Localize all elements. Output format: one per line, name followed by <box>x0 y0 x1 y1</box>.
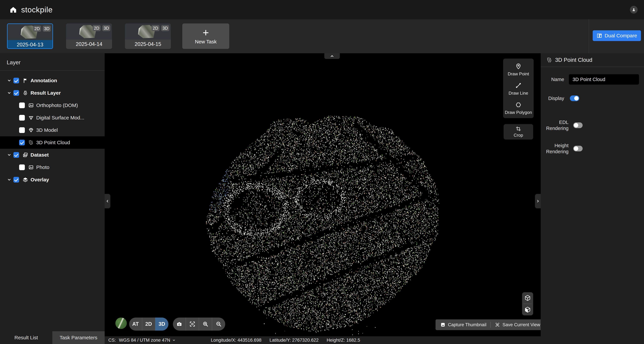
badge-3d[interactable]: 3D <box>43 26 51 32</box>
tree-row-result-layer[interactable]: Result Layer <box>0 87 105 99</box>
coordinate-system-select[interactable]: WGS 84 / UTM zone 47N <box>119 338 176 343</box>
edl-rendering-toggle[interactable] <box>573 122 582 128</box>
tree-row-photo[interactable]: Photo <box>0 161 105 173</box>
draw-polygon-icon <box>515 102 522 108</box>
display-label: Display <box>541 96 564 101</box>
user-avatar[interactable] <box>630 6 638 13</box>
tree-row-3d-point-cloud[interactable]: 3D Point Cloud <box>0 136 105 149</box>
draw-point-icon <box>515 63 522 70</box>
checkbox-photo[interactable] <box>19 165 25 170</box>
screenshot-button[interactable] <box>173 318 186 331</box>
edl-rendering-row: EDL Rendering <box>541 119 644 132</box>
checkbox-result-layer[interactable] <box>14 90 19 96</box>
save-current-view-button[interactable]: Save Current View <box>495 322 540 328</box>
task-card-2025-04-15[interactable]: 2D 3D 2025-04-15 <box>125 23 171 49</box>
collapse-taskbar-handle[interactable] <box>324 53 340 59</box>
tree-row-orthophoto[interactable]: Orthophoto (DOM) <box>0 99 105 112</box>
tree-label: Digital Surface Mod... <box>36 115 84 121</box>
capture-thumbnail-button[interactable]: Capture Thumbnail <box>440 322 486 328</box>
checkbox-3d-model[interactable] <box>19 127 25 133</box>
task-thumbnail: 2D 3D <box>8 24 52 40</box>
collapse-left-panel-handle[interactable] <box>105 194 110 208</box>
task-card-2025-04-13[interactable]: 2D 3D 2025-04-13 <box>7 23 53 49</box>
draw-polygon-label: Draw Polygon <box>505 110 532 115</box>
tree-label: Photo <box>36 165 49 170</box>
cs-value: WGS 84 / UTM zone 47N <box>119 338 170 343</box>
chevron-down-icon[interactable] <box>7 177 12 182</box>
tree-row-3d-model[interactable]: 3D Model <box>0 124 105 136</box>
mode-at-button[interactable]: AT <box>129 318 142 331</box>
crop-label: Crop <box>514 133 523 138</box>
mode-3d-button[interactable]: 3D <box>155 318 168 331</box>
draw-point-label: Draw Point <box>508 71 529 77</box>
draw-toolbar: Draw Point Draw Line Draw Polygon <box>503 59 534 118</box>
draw-line-button[interactable]: Draw Line <box>503 82 534 96</box>
tree-label: 3D Point Cloud <box>36 140 70 145</box>
ortho-cube-icon[interactable] <box>524 306 531 313</box>
new-task-button[interactable]: + New Task <box>182 23 229 49</box>
tree-row-overlay[interactable]: Overlay <box>0 173 105 186</box>
mode-2d-button[interactable]: 2D <box>142 318 155 331</box>
checkbox-overlay[interactable] <box>14 177 19 182</box>
task-date: 2025-04-13 <box>8 40 52 49</box>
tree-row-annotation[interactable]: Annotation <box>0 74 105 87</box>
collapse-right-panel-handle[interactable] <box>535 194 541 208</box>
height-rendering-label: Height Rendering <box>541 143 568 155</box>
chevron-down-icon[interactable] <box>7 78 12 83</box>
point-cloud-icon <box>546 57 552 63</box>
dsm-icon <box>28 115 34 121</box>
crop-button[interactable]: Crop <box>504 124 533 140</box>
sidebar-bottom-tabs: Result List Task Parameters <box>0 331 105 344</box>
badge-icon <box>22 90 28 96</box>
minimap-thumbnail[interactable] <box>116 318 127 329</box>
name-row: Name <box>541 74 644 85</box>
badge-2d[interactable]: 2D <box>92 25 100 31</box>
badge-2d[interactable]: 2D <box>33 26 41 32</box>
home-icon[interactable] <box>10 6 17 13</box>
divider <box>524 304 532 304</box>
perspective-cube-icon[interactable] <box>524 294 531 302</box>
tab-result-list[interactable]: Result List <box>0 331 52 344</box>
chevron-down-icon[interactable] <box>7 153 12 158</box>
draw-point-button[interactable]: Draw Point <box>503 63 534 77</box>
tree-label: Dataset <box>30 152 49 158</box>
zoom-out-icon <box>216 321 222 327</box>
inspector-title: 3D Point Cloud <box>555 57 592 63</box>
fit-view-button[interactable] <box>186 318 199 331</box>
checkbox-3d-point-cloud[interactable] <box>19 140 25 145</box>
tab-task-parameters[interactable]: Task Parameters <box>52 331 105 344</box>
view-actions-pill: Capture Thumbnail Save Current View <box>436 319 541 330</box>
chevron-down-icon[interactable] <box>7 90 12 95</box>
chevron-left-icon <box>105 199 110 203</box>
badge-2d[interactable]: 2D <box>152 25 160 31</box>
chevron-right-icon <box>536 199 540 203</box>
tree-label: Orthophoto (DOM) <box>36 103 78 108</box>
badge-3d[interactable]: 3D <box>102 25 110 31</box>
tree-label: Annotation <box>30 78 57 83</box>
checkbox-dataset[interactable] <box>14 152 19 158</box>
checkbox-annotation[interactable] <box>14 78 19 83</box>
badge-3d[interactable]: 3D <box>161 25 169 31</box>
draw-polygon-button[interactable]: Draw Polygon <box>503 102 534 115</box>
display-toggle[interactable] <box>570 95 579 101</box>
zoom-in-icon <box>202 321 209 327</box>
point-cloud-render[interactable] <box>105 53 541 336</box>
strip-divider <box>589 19 589 53</box>
checkbox-dsm[interactable] <box>19 115 25 121</box>
task-card-2025-04-14[interactable]: 2D 3D 2025-04-14 <box>66 23 112 49</box>
height-rendering-toggle[interactable] <box>573 146 582 151</box>
3d-viewport[interactable]: Draw Point Draw Line Draw Polygon Crop A… <box>105 53 541 336</box>
tree-row-dataset[interactable]: Dataset <box>0 149 105 161</box>
viewport-tools <box>173 318 225 331</box>
draw-line-icon <box>515 82 522 89</box>
tree-row-dsm[interactable]: Digital Surface Mod... <box>0 112 105 124</box>
projection-switch-pill <box>522 292 533 315</box>
chevron-up-icon <box>330 54 334 59</box>
dual-compare-button[interactable]: Dual Compare <box>593 30 641 41</box>
photo-icon <box>28 165 34 170</box>
zoom-out-button[interactable] <box>212 318 225 331</box>
layer-panel-title: Layer <box>0 53 105 70</box>
zoom-in-button[interactable] <box>199 318 212 331</box>
checkbox-orthophoto[interactable] <box>19 103 25 108</box>
name-input[interactable] <box>569 74 639 85</box>
